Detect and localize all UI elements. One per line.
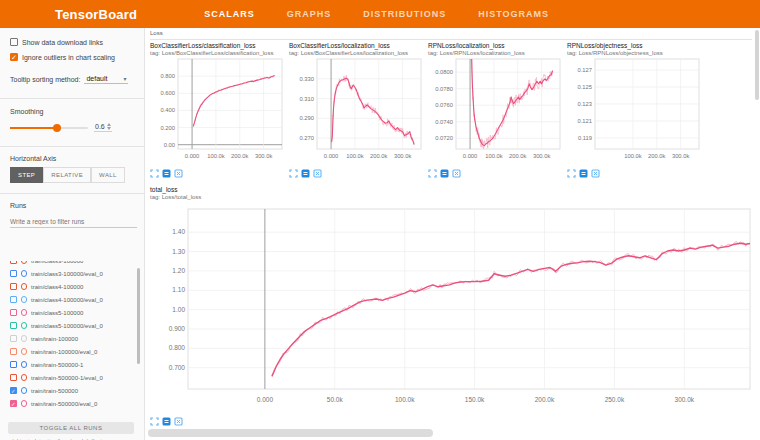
divider [0, 193, 144, 194]
run-checkbox[interactable] [10, 296, 17, 303]
run-color-circle[interactable] [21, 261, 28, 264]
run-checkbox[interactable] [10, 348, 17, 355]
run-checkbox[interactable] [10, 335, 17, 342]
category-header[interactable]: Loss [150, 30, 752, 40]
chart-tag: tag: Loss/RPNLoss/objectness_loss [567, 50, 703, 57]
run-checkbox[interactable]: ✓ [10, 387, 17, 394]
chart-tag: tag: Loss/BoxClassifierLoss/classificati… [150, 50, 286, 57]
run-row[interactable]: train/train-500000-1 [6, 358, 140, 371]
log-scale-icon[interactable] [162, 169, 171, 178]
run-row[interactable]: train/class5-100000/eval_0 [6, 319, 140, 332]
run-row[interactable]: train/train-100000 [6, 332, 140, 345]
tab-distributions[interactable]: DISTRIBUTIONS [361, 0, 448, 28]
run-row[interactable]: train/class4-100000 [6, 280, 140, 293]
run-color-circle[interactable] [21, 335, 28, 342]
fit-domain-icon[interactable] [313, 169, 322, 178]
run-color-circle[interactable] [21, 296, 28, 303]
tab-scalars[interactable]: SCALARS [202, 0, 257, 28]
log-scale-icon[interactable] [579, 169, 588, 178]
fit-domain-icon[interactable] [452, 169, 461, 178]
x-axis-tick-label: 0.000 [257, 396, 274, 403]
run-checkbox[interactable] [10, 322, 17, 329]
run-name: train/class3-100000 [31, 261, 83, 264]
spinner-up-icon[interactable] [107, 123, 111, 126]
expand-icon[interactable] [567, 169, 576, 178]
x-axis-tick-label: 100.0k [624, 153, 642, 159]
y-axis-tick-label: 0.900 [169, 325, 186, 332]
checkbox-label: Ignore outliers in chart scaling [22, 54, 115, 61]
smoothing-value-field[interactable]: 0.6 [94, 123, 112, 132]
run-checkbox[interactable] [10, 283, 17, 290]
show-download-links-checkbox[interactable]: Show data download links [10, 38, 136, 46]
run-row[interactable]: ✓train/train-500000 [6, 384, 140, 397]
expand-icon[interactable] [150, 169, 159, 178]
tooltip-sorting-label: Tooltip sorting method: [10, 76, 80, 83]
run-name: train/class5-100000/eval_0 [31, 323, 103, 329]
x-axis-tick-label: 150.0k [465, 396, 485, 403]
vertical-scrollbar[interactable] [755, 30, 759, 100]
log-scale-icon[interactable] [301, 169, 310, 178]
tooltip-sorting-value: default [86, 75, 107, 82]
run-color-circle[interactable] [21, 400, 28, 407]
run-checkbox[interactable]: ✓ [10, 400, 17, 407]
fit-domain-icon[interactable] [591, 169, 600, 178]
tooltip-sorting-row: Tooltip sorting method: default ▾ [10, 74, 136, 84]
run-checkbox[interactable] [10, 361, 17, 368]
run-row[interactable]: train/train-500000-1/eval_0 [6, 371, 140, 384]
run-checkbox[interactable] [10, 270, 17, 277]
y-axis-tick-label: 0.800 [160, 73, 175, 79]
checkbox-icon[interactable] [10, 38, 18, 46]
tab-histograms[interactable]: HISTOGRAMS [476, 0, 551, 28]
run-checkbox[interactable] [10, 261, 17, 264]
expand-icon[interactable] [150, 417, 159, 426]
run-checkbox[interactable] [10, 374, 17, 381]
run-color-circle[interactable] [21, 309, 28, 316]
chart-card: RPNLoss/objectness_losstag: Loss/RPNLoss… [567, 42, 703, 178]
smoothing-value: 0.6 [95, 123, 105, 130]
log-scale-icon[interactable] [440, 169, 449, 178]
chart-title: RPNLoss/objectness_loss [567, 42, 703, 50]
run-row[interactable]: ✓train/train-500000/eval_0 [6, 397, 140, 410]
run-row[interactable]: train/class4-100000/eval_0 [6, 293, 140, 306]
run-color-circle[interactable] [21, 270, 28, 277]
haxis-relative-button[interactable]: RELATIVE [43, 167, 91, 183]
fit-domain-icon[interactable] [174, 169, 183, 178]
x-axis-tick-label: 200.0k [535, 396, 555, 403]
haxis-step-button[interactable]: STEP [10, 167, 43, 183]
checkbox-checked-icon[interactable]: ✓ [10, 53, 18, 61]
haxis-wall-button[interactable]: WALL [91, 167, 125, 183]
run-row[interactable]: train/class5-100000 [6, 306, 140, 319]
fit-domain-icon[interactable] [174, 417, 183, 426]
run-color-circle[interactable] [21, 361, 28, 368]
runs-scrollbar[interactable] [137, 268, 140, 364]
y-axis-tick-label: 0.600 [160, 90, 175, 96]
run-color-circle[interactable] [21, 322, 28, 329]
smoothing-slider[interactable] [10, 127, 88, 129]
horizontal-scrollbar[interactable] [148, 429, 433, 437]
slider-thumb[interactable] [53, 124, 61, 132]
log-scale-icon[interactable] [162, 417, 171, 426]
run-color-circle[interactable] [21, 387, 28, 394]
tab-graphs[interactable]: GRAPHS [285, 0, 334, 28]
spinner-down-icon[interactable] [107, 127, 111, 130]
x-axis-tick-label: 300.0k [255, 153, 273, 159]
runs-filter-input[interactable] [10, 216, 137, 228]
toggle-all-runs-button[interactable]: TOGGLE ALL RUNS [8, 422, 134, 434]
ignore-outliers-checkbox[interactable]: ✓ Ignore outliers in chart scaling [10, 53, 136, 61]
y-axis-tick-label: 0.0800 [435, 69, 453, 75]
expand-icon[interactable] [289, 169, 298, 178]
nav-tabs: SCALARSGRAPHSDISTRIBUTIONSHISTOGRAMS [202, 0, 551, 28]
run-row[interactable]: train/train-100000/eval_0 [6, 345, 140, 358]
x-axis-tick-label: 0.000 [463, 153, 478, 159]
chart-title: BoxClassifierLoss/classification_loss [150, 42, 286, 50]
expand-icon[interactable] [428, 169, 437, 178]
run-color-circle[interactable] [21, 348, 28, 355]
run-color-circle[interactable] [21, 374, 28, 381]
spinner [107, 123, 111, 130]
y-axis-tick-label: 0.800 [169, 344, 186, 351]
y-axis-tick-label: 0.0720 [435, 135, 453, 141]
run-row[interactable]: train/class3-100000/eval_0 [6, 267, 140, 280]
run-checkbox[interactable] [10, 309, 17, 316]
tooltip-sorting-select[interactable]: default ▾ [84, 74, 128, 84]
run-color-circle[interactable] [21, 283, 28, 290]
